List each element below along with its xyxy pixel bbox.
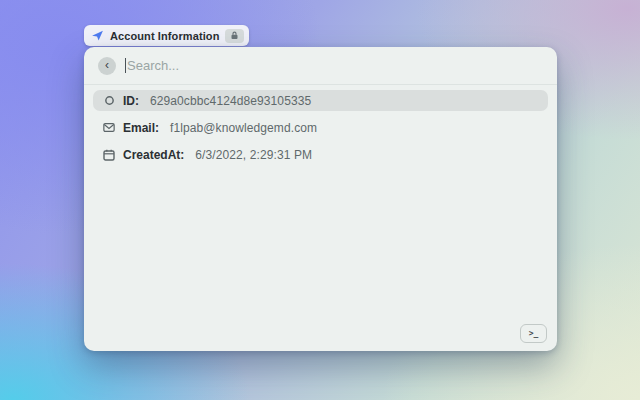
list-item[interactable]: CreatedAt: 6/3/2022, 2:29:31 PM xyxy=(93,144,548,165)
command-pill-label: Account Information xyxy=(110,30,219,42)
circle-icon xyxy=(103,95,115,107)
search-field-wrap xyxy=(125,58,543,73)
envelope-icon xyxy=(103,122,115,134)
list-item[interactable]: ID: 629a0cbbc4124d8e93105335 xyxy=(93,90,548,111)
terminal-icon: >_ xyxy=(529,330,539,338)
text-caret xyxy=(125,58,126,73)
list-item[interactable]: Email: f1lpab@knowledgemd.com xyxy=(93,117,548,138)
paper-plane-icon xyxy=(91,29,104,42)
calendar-icon xyxy=(103,149,115,161)
desktop-background: { "pill": { "label": "Account Informatio… xyxy=(0,0,640,400)
command-pill[interactable]: Account Information xyxy=(84,25,249,46)
actions-button[interactable]: >_ xyxy=(520,324,547,343)
lock-icon xyxy=(225,29,244,43)
back-button[interactable]: ‹ xyxy=(98,57,116,75)
result-list: ID: 629a0cbbc4124d8e93105335 Email: f1lp… xyxy=(84,85,557,176)
account-information-window: ‹ ID: 629a0cbbc4124d8e93105335 Email: f1… xyxy=(84,47,557,351)
search-input[interactable] xyxy=(127,58,543,73)
chevron-left-icon: ‹ xyxy=(105,59,109,71)
search-bar: ‹ xyxy=(84,47,557,85)
